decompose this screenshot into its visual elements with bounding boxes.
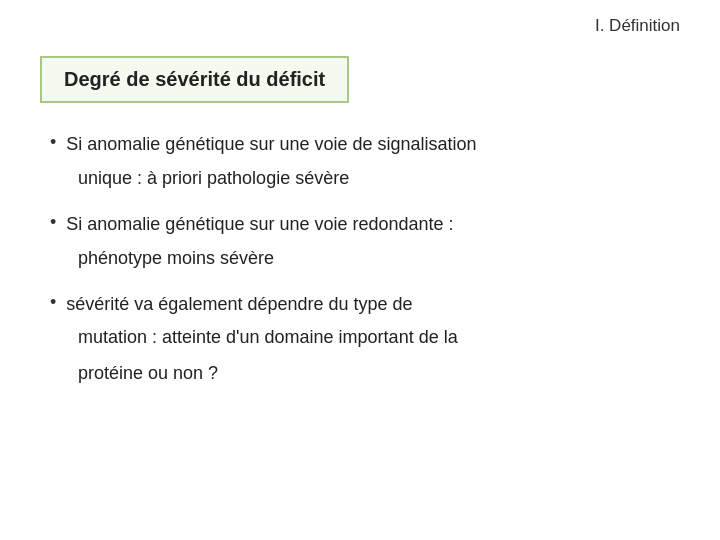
bullet-text-2-line1: Si anomalie génétique sur une voie redon… <box>66 211 453 239</box>
bullet-text-2-line2: phénotype moins sévère <box>50 245 670 273</box>
header-title: I. Définition <box>595 16 680 35</box>
bullet-group-3: • sévérité va également dépendre du type… <box>50 291 670 389</box>
bullet-text-1-line2: unique : à priori pathologie sévère <box>50 165 670 193</box>
bullet-text-3-line1: sévérité va également dépendre du type d… <box>66 291 412 319</box>
bullet-text-1-line1: Si anomalie génétique sur une voie de si… <box>66 131 476 159</box>
content-area: • Si anomalie génétique sur une voie de … <box>40 131 680 388</box>
bullet-symbol-1: • <box>50 132 56 153</box>
bullet-item-3: • sévérité va également dépendre du type… <box>50 291 670 319</box>
bullet-group-1: • Si anomalie génétique sur une voie de … <box>50 131 670 193</box>
bullet-symbol-3: • <box>50 292 56 313</box>
bullet-item-2: • Si anomalie génétique sur une voie red… <box>50 211 670 239</box>
bullet-group-2: • Si anomalie génétique sur une voie red… <box>50 211 670 273</box>
page-container: I. Définition Degré de sévérité du défic… <box>0 0 720 540</box>
bullet-text-3-line3: protéine ou non ? <box>50 360 670 388</box>
box-title: Degré de sévérité du déficit <box>40 56 349 103</box>
bullet-item-1: • Si anomalie génétique sur une voie de … <box>50 131 670 159</box>
bullet-text-3-line2: mutation : atteinte d'un domaine importa… <box>50 324 670 352</box>
box-title-wrapper: Degré de sévérité du déficit <box>40 46 680 131</box>
bullet-symbol-2: • <box>50 212 56 233</box>
header-section: I. Définition <box>40 10 680 46</box>
